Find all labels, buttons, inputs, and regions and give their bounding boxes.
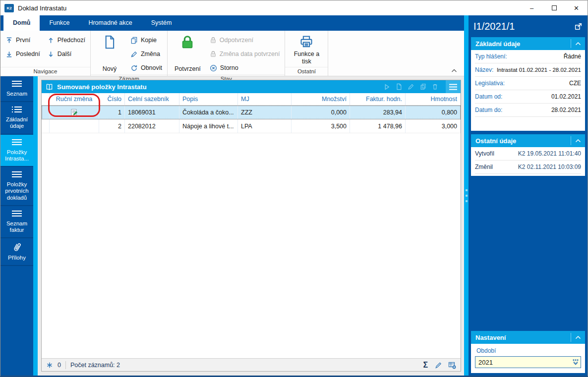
- group-label-ostatni: Ostatní: [285, 67, 328, 76]
- sum-icon[interactable]: Σ: [423, 361, 428, 370]
- tab-hromadne-akce[interactable]: Hromadné akce: [79, 15, 141, 31]
- tab-domu[interactable]: Domů: [3, 15, 40, 31]
- cancel-circle-icon: [210, 64, 217, 72]
- title-bar: K2 Doklad Intrastatu – ✕: [0, 0, 588, 15]
- last-label: Poslední: [16, 51, 40, 57]
- manual-change-cell: [50, 119, 99, 133]
- field-datum-od: Datum od: 01.02.2021: [475, 90, 581, 104]
- sidebar-item-seznam[interactable]: Seznam: [0, 76, 33, 102]
- tab-system[interactable]: Systém: [142, 15, 181, 31]
- asterisk-icon[interactable]: [46, 362, 53, 369]
- panel-splitter[interactable]: [464, 15, 469, 376]
- lock-gray-icon: [210, 37, 217, 44]
- ribbon-group-zaznam: Nový Kopie: [91, 31, 168, 76]
- field-value: 01.02.2021: [551, 93, 581, 100]
- section-ostatni-udaje: Ostatní údaje Vytvořil K2 19.05.2021 11:…: [471, 134, 585, 176]
- column-header-hmotnost[interactable]: Hmotnost: [406, 93, 461, 105]
- mj-cell: LPA: [238, 119, 292, 133]
- previous-button[interactable]: Předchozí: [47, 35, 85, 46]
- copy-button[interactable]: Kopie: [130, 35, 162, 46]
- column-header-celni-sazebnik[interactable]: Celní sazebník: [125, 93, 179, 105]
- arrow-down-icon: [47, 51, 55, 58]
- record-count-label: Počet záznamů: 2: [70, 362, 120, 369]
- popis-cell: Nápoje a lihové t...: [179, 119, 238, 133]
- period-input[interactable]: [475, 359, 572, 366]
- refresh-button[interactable]: Obnovit: [130, 62, 162, 73]
- sidebar-item-polozky-prvotnich-dokladu[interactable]: Položky prvotních dokladů: [0, 167, 33, 206]
- sidebar-label: Položky Intrasta...: [1, 149, 32, 162]
- functions-print-button[interactable]: Funkce a tisk: [290, 34, 323, 66]
- add-to-table-icon[interactable]: [448, 361, 456, 369]
- field-legislativa: Legislativa: CZE: [475, 77, 581, 90]
- sidebar-item-prilohy[interactable]: Přílohy: [0, 238, 33, 266]
- grid-title: Sumované položky Intrastatu: [57, 83, 147, 91]
- delete-record-icon[interactable]: [432, 83, 438, 90]
- sidebar-item-polozky-intrastatu[interactable]: Položky Intrasta...: [0, 135, 33, 167]
- table-row[interactable]: 1 18069031 Čokoláda a čoko... ZZZ 0,000 …: [42, 106, 461, 119]
- sidebar-label: Seznam faktur: [1, 220, 32, 233]
- lock-green-icon: [180, 35, 195, 50]
- dropdown-icon[interactable]: [572, 359, 580, 366]
- section-title: Ostatní údaje: [475, 137, 516, 145]
- table-row[interactable]: 2 22082012 Nápoje a lihové t... LPA 3,50…: [42, 119, 461, 133]
- run-icon[interactable]: [384, 84, 390, 90]
- lock-gray-icon: [210, 51, 217, 57]
- left-sidebar: Seznam Základní údaje Položky Intrasta..…: [0, 76, 33, 376]
- row-selector-cell[interactable]: [42, 106, 50, 119]
- arrow-up-bar-icon: [5, 37, 13, 44]
- book-icon: [45, 83, 54, 91]
- section-title: Základní údaje: [475, 40, 520, 48]
- change-button[interactable]: Změna: [130, 49, 162, 59]
- last-button[interactable]: Poslední: [5, 49, 40, 59]
- first-label: První: [16, 37, 30, 44]
- arrow-up-icon: [47, 37, 55, 44]
- copy-record-icon[interactable]: [420, 83, 426, 90]
- ribbon-group-stav: Potvrzení Odpotvrzení: [168, 31, 285, 76]
- period-combobox[interactable]: [475, 356, 581, 368]
- collapse-section-button[interactable]: [571, 333, 585, 342]
- ribbon-group-navigace: První Poslední: [0, 31, 91, 76]
- close-button[interactable]: ✕: [565, 0, 588, 15]
- column-header-popis[interactable]: Popis: [179, 93, 238, 105]
- first-button[interactable]: První: [5, 35, 40, 46]
- collapse-ribbon-button[interactable]: [451, 69, 457, 73]
- edit-icon[interactable]: [434, 361, 442, 369]
- next-label: Další: [58, 51, 71, 57]
- grid-menu-button[interactable]: [446, 80, 461, 93]
- minimize-button[interactable]: –: [521, 0, 543, 15]
- tab-funkce[interactable]: Funkce: [40, 15, 79, 31]
- section-zakladni-udaje: Základní údaje Typ hlášení: Řádné Název:…: [471, 37, 585, 131]
- new-button[interactable]: Nový: [96, 34, 123, 73]
- new-record-icon[interactable]: [396, 83, 402, 90]
- collapse-section-button[interactable]: [571, 136, 585, 145]
- cislo-cell: 1: [99, 106, 125, 119]
- popis-cell: Čokoláda a čoko...: [179, 106, 238, 119]
- column-header-mnozstvi[interactable]: Množství: [292, 93, 350, 105]
- grid-header-row: Ruční změna Číslo Celní sazebník Popis M…: [42, 93, 461, 106]
- row-selector-cell[interactable]: [42, 119, 50, 133]
- change-confirm-date-button: Změna data potvrzení: [210, 49, 280, 59]
- celni-sazebnik-cell: 18069031: [125, 106, 179, 119]
- edit-record-icon[interactable]: [408, 83, 414, 90]
- sidebar-item-zakladni-udaje[interactable]: Základní údaje: [0, 102, 33, 134]
- open-in-window-icon[interactable]: [574, 22, 583, 31]
- collapse-section-button[interactable]: [571, 39, 585, 48]
- next-button[interactable]: Další: [47, 49, 85, 59]
- maximize-button[interactable]: [543, 0, 565, 15]
- column-header-mj[interactable]: MJ: [238, 93, 292, 105]
- ribbon-group-ostatni: Funkce a tisk Ostatní: [285, 31, 328, 76]
- field-value: K2 19.05.2021 11:01:40: [518, 150, 581, 157]
- confirm-button[interactable]: Potvrzení: [173, 34, 203, 73]
- column-header-cislo[interactable]: Číslo: [99, 93, 125, 105]
- list-icon: [11, 106, 23, 114]
- field-label: Změnil: [475, 163, 493, 170]
- change-label: Změna: [141, 51, 160, 57]
- sidebar-label: Seznam: [6, 91, 27, 97]
- window-title: Doklad Intrastatu: [18, 4, 66, 12]
- column-header-rucni-zmena[interactable]: Ruční změna: [50, 93, 99, 105]
- column-header-faktur-hodn[interactable]: Faktur. hodn.: [350, 93, 406, 105]
- sidebar-label: Položky prvotních dokladů: [1, 181, 32, 201]
- sidebar-item-seznam-faktur[interactable]: Seznam faktur: [0, 206, 33, 238]
- cancel-button[interactable]: Storno: [210, 62, 280, 73]
- copy-icon: [130, 37, 138, 44]
